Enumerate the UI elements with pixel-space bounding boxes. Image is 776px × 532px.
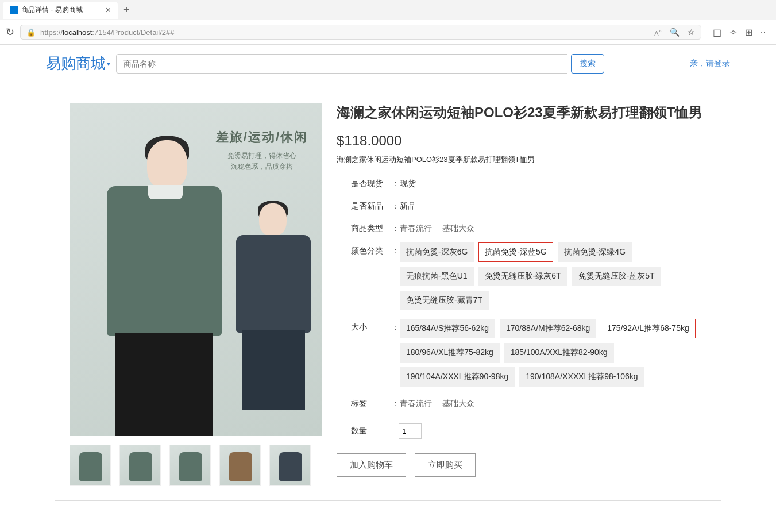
product-description: 海澜之家休闲运动短袖POLO衫23夏季新款易打理翻领T恤男: [337, 155, 706, 165]
size-option[interactable]: 185/100A/XXL推荐82-90kg: [504, 343, 614, 363]
color-option[interactable]: 抗菌免烫-深绿4G: [558, 242, 632, 262]
color-option[interactable]: 抗菌免烫-深灰6G: [400, 242, 474, 262]
qty-label: 数量: [351, 426, 367, 436]
attr-size: 大小 ： 165/84A/S推荐56-62kg170/88A/M推荐62-68k…: [351, 319, 706, 387]
buy-now-button[interactable]: 立即购买: [415, 453, 476, 477]
type-link[interactable]: 基础大众: [442, 223, 474, 233]
model-figure-2: [227, 203, 319, 433]
quantity-row: 数量: [351, 423, 706, 439]
size-option[interactable]: 175/92A/L推荐68-75kg: [601, 319, 695, 338]
more-icon[interactable]: · ·: [760, 27, 765, 37]
refresh-icon[interactable]: ↻: [6, 26, 14, 38]
product-container: 差旅/运动/休闲 免烫易打理，得体省心 沉稳色系，品质穿搭 海澜之家休闲运动短袖…: [55, 88, 721, 501]
attr-color: 颜色分类 ： 抗菌免烫-深灰6G抗菌免烫-深蓝5G抗菌免烫-深绿4G无痕抗菌-黑…: [351, 242, 706, 310]
attr-tags: 标签 ： 青春流行基础大众: [351, 395, 706, 409]
login-link[interactable]: 亲，请登录: [690, 59, 730, 69]
favicon-icon: [10, 6, 18, 14]
tag-link[interactable]: 青春流行: [400, 399, 432, 408]
thumbnail[interactable]: [70, 445, 111, 486]
zoom-icon[interactable]: 🔍: [670, 28, 680, 37]
attr-type: 商品类型 ： 青春流行基础大众: [351, 220, 706, 234]
type-link[interactable]: 青春流行: [400, 223, 432, 233]
thumbnail[interactable]: [169, 445, 211, 486]
favorite-icon[interactable]: ☆: [688, 28, 695, 37]
size-option[interactable]: 170/88A/M推荐62-68kg: [500, 319, 596, 338]
main-product-image[interactable]: 差旅/运动/休闲 免烫易打理，得体省心 沉稳色系，品质穿搭: [70, 103, 322, 436]
tab-close-icon[interactable]: ×: [106, 5, 111, 16]
caret-down-icon: ▾: [107, 60, 110, 68]
thumbnail-row: [70, 445, 322, 486]
add-to-cart-button[interactable]: 加入购物车: [337, 453, 406, 477]
tag-link[interactable]: 基础大众: [442, 399, 474, 408]
gallery: 差旅/运动/休闲 免烫易打理，得体省心 沉稳色系，品质穿搭: [70, 103, 322, 486]
browser-actions: ◫ ✧ ⊞ · ·: [707, 27, 770, 38]
size-option[interactable]: 190/104A/XXXL推荐90-98kg: [400, 367, 515, 387]
page-header: 易购商城▾ 搜索 亲，请登录: [0, 45, 776, 82]
attr-new: 是否新品 ： 新品: [351, 198, 706, 211]
extensions-icon[interactable]: ⊞: [745, 27, 752, 38]
url-text: https://localhost:7154/Product/Detail/2#…: [40, 28, 654, 37]
tab-title: 商品详情 - 易购商城: [21, 5, 83, 15]
search-button[interactable]: 搜索: [571, 54, 604, 74]
split-icon[interactable]: ◫: [713, 27, 721, 38]
size-option[interactable]: 165/84A/S推荐56-62kg: [400, 319, 495, 338]
size-option[interactable]: 180/96A/XL推荐75-82kg: [400, 343, 500, 363]
product-price: $118.0000: [337, 133, 706, 149]
attributes: 是否现货 ： 现货 是否新品 ： 新品 商品类型 ： 青春流行基础大众 颜色分类…: [337, 175, 706, 409]
url-input[interactable]: 🔒 https://localhost:7154/Product/Detail/…: [20, 25, 701, 40]
color-option[interactable]: 免烫无缝压胶-绿灰6T: [478, 267, 567, 286]
address-bar: ↻ 🔒 https://localhost:7154/Product/Detai…: [0, 20, 776, 44]
thumbnail[interactable]: [119, 445, 161, 486]
product-title: 海澜之家休闲运动短袖POLO衫23夏季新款易打理翻领T恤男: [337, 103, 706, 122]
tab-bar: 商品详情 - 易购商城 × +: [0, 0, 776, 20]
thumbnail[interactable]: [269, 445, 311, 486]
reader-icon[interactable]: A»: [654, 28, 661, 37]
thumbnail[interactable]: [219, 445, 261, 486]
search-form: 搜索: [116, 54, 604, 74]
attr-stock: 是否现货 ： 现货: [351, 175, 706, 189]
color-option[interactable]: 抗菌免烫-深蓝5G: [478, 242, 553, 262]
color-option[interactable]: 无痕抗菌-黑色U1: [400, 267, 474, 286]
collections-icon[interactable]: ✧: [729, 27, 737, 38]
color-option[interactable]: 免烫无缝压胶-蓝灰5T: [572, 267, 661, 286]
color-option[interactable]: 免烫无缝压胶-藏青7T: [400, 291, 489, 310]
logo[interactable]: 易购商城▾: [46, 53, 110, 74]
action-buttons: 加入购物车 立即购买: [337, 453, 706, 477]
search-input[interactable]: [116, 54, 567, 74]
browser-tab[interactable]: 商品详情 - 易购商城 ×: [3, 2, 118, 19]
browser-chrome: 商品详情 - 易购商城 × + ↻ 🔒 https://localhost:71…: [0, 0, 776, 45]
model-figure-1: [101, 140, 227, 436]
image-overlay-text: 差旅/运动/休闲 免烫易打理，得体省心 沉稳色系，品质穿搭: [216, 129, 308, 172]
product-details: 海澜之家休闲运动短袖POLO衫23夏季新款易打理翻领T恤男 $118.0000 …: [337, 103, 706, 486]
lock-icon: 🔒: [26, 28, 36, 37]
size-option[interactable]: 190/108A/XXXXL推荐98-106kg: [519, 367, 644, 387]
new-tab-button[interactable]: +: [118, 4, 136, 16]
quantity-input[interactable]: [399, 423, 422, 439]
